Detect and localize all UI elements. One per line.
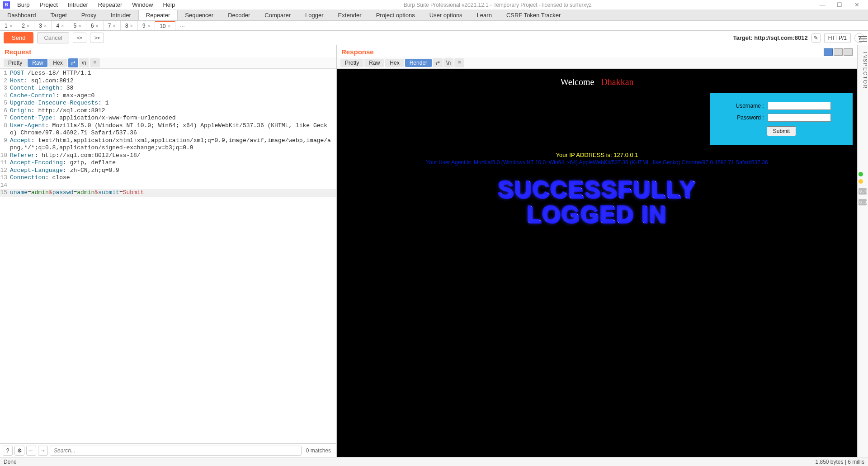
inspector-sidebar[interactable]: INSPECTOR 0.4 0.0 [857, 45, 868, 457]
response-wrap-icon[interactable]: ⇄ [433, 58, 443, 67]
status-right: 1,850 bytes | 6 millis [816, 459, 865, 465]
minimize-icon[interactable]: — [816, 1, 829, 8]
close-tab-icon[interactable]: × [61, 23, 64, 29]
request-view-pretty[interactable]: Pretty [4, 59, 27, 67]
menu-burp[interactable]: Burp [13, 0, 34, 9]
repeater-tab-1[interactable]: 1× [0, 21, 17, 30]
menu-intruder[interactable]: Intruder [63, 0, 93, 9]
edit-target-icon[interactable]: ✎ [811, 33, 821, 43]
request-view-hex[interactable]: Hex [48, 59, 67, 67]
editor-line[interactable]: 1POST /Less-18/ HTTP/1.1 [0, 70, 336, 77]
editor-line[interactable]: 15uname=admin&passwd=admin&submit=Submit [0, 189, 336, 197]
layout-buttons [824, 48, 853, 56]
close-tab-icon[interactable]: × [78, 23, 81, 29]
tab-project-options[interactable]: Project options [369, 10, 422, 20]
editor-line[interactable]: 10Referer: http://sql.com:8012/Less-18/ [0, 152, 336, 160]
editor-line[interactable]: 9Accept: text/html,application/xhtml+xml… [0, 137, 336, 152]
repeater-tab-2[interactable]: 2× [17, 21, 34, 30]
request-editor[interactable]: 1POST /Less-18/ HTTP/1.12Host: sql.com:8… [0, 69, 336, 443]
menu-repeater[interactable]: Repeater [94, 0, 127, 9]
repeater-tab-6[interactable]: 6× [86, 21, 104, 30]
response-pane: Response PrettyRawHexRender⇄\n≡ Welcome … [337, 45, 857, 457]
close-tab-icon[interactable]: × [95, 23, 98, 29]
username-field[interactable] [768, 102, 831, 110]
close-tab-icon[interactable]: × [113, 23, 115, 29]
layout-tabs-icon[interactable] [844, 48, 853, 56]
password-label: Password : [732, 114, 764, 121]
close-tab-icon[interactable]: × [44, 23, 47, 29]
search-settings-icon[interactable]: ⚙ [14, 446, 24, 456]
editor-line[interactable]: 2Host: sql.com:8012 [0, 77, 336, 85]
close-tab-icon[interactable]: × [130, 23, 133, 29]
search-help-icon[interactable]: ? [3, 446, 13, 456]
tab-extender[interactable]: Extender [331, 10, 369, 20]
editor-line[interactable]: 12Accept-Language: zh-CN,zh;q=0.9 [0, 167, 336, 175]
user-agent-text: Your User Agent is: Mozilla/5.0 (Windows… [337, 158, 857, 166]
close-tab-icon[interactable]: × [147, 23, 150, 29]
editor-line[interactable]: 7Content-Type: application/x-www-form-ur… [0, 114, 336, 122]
wrap-icon[interactable]: ⇄ [68, 58, 78, 67]
tab-logger[interactable]: Logger [298, 10, 330, 20]
menu-icon[interactable]: ≡ [90, 58, 100, 67]
response-viewtabs: PrettyRawHexRender⇄\n≡ [337, 57, 857, 69]
layout-columns-icon[interactable] [824, 48, 833, 56]
repeater-tab-3[interactable]: 3× [34, 21, 52, 30]
response-newline-icon[interactable]: \n [443, 58, 453, 67]
menu-help[interactable]: Help [158, 0, 179, 9]
repeater-tab-5[interactable]: 5× [69, 21, 86, 30]
login-submit-button[interactable]: Submit [767, 126, 796, 136]
close-tab-icon[interactable]: × [27, 23, 29, 29]
repeater-tab-10[interactable]: 10× [155, 21, 175, 30]
editor-line[interactable]: 11Accept-Encoding: gzip, deflate [0, 159, 336, 167]
tab-learn[interactable]: Learn [470, 10, 499, 20]
layout-rows-icon[interactable] [834, 48, 843, 56]
http-version-badge[interactable]: HTTP/1 [824, 33, 851, 43]
close-tab-icon[interactable]: × [9, 23, 12, 29]
maximize-icon[interactable]: ☐ [833, 1, 846, 8]
editor-line[interactable]: 6Origin: http://sql.com:8012 [0, 107, 336, 115]
send-button[interactable]: Send [4, 32, 33, 43]
tab-target[interactable]: Target [43, 10, 74, 20]
newline-icon[interactable]: \n [79, 58, 89, 67]
tab-user-options[interactable]: User options [422, 10, 470, 20]
repeater-tab-8[interactable]: 8× [121, 21, 138, 30]
close-tab-icon[interactable]: × [167, 24, 170, 29]
more-tabs-button[interactable]: ... [175, 21, 189, 30]
repeater-tab-9[interactable]: 9× [138, 21, 155, 30]
tab-csrf-token-tracker[interactable]: CSRF Token Tracker [499, 10, 568, 20]
editor-line[interactable]: 8User-Agent: Mozilla/5.0 (Windows NT 10.… [0, 122, 336, 137]
password-field[interactable] [768, 114, 831, 122]
tab-comparer[interactable]: Comparer [257, 10, 298, 20]
editor-line[interactable]: 3Content-Length: 38 [0, 85, 336, 92]
editor-line[interactable]: 13Connection: close [0, 174, 336, 182]
tab-proxy[interactable]: Proxy [74, 10, 104, 20]
tab-repeater[interactable]: Repeater [138, 10, 178, 20]
menu-project[interactable]: Project [35, 0, 62, 9]
tab-sequencer[interactable]: Sequencer [178, 10, 221, 20]
history-back-button[interactable]: < ▾ [73, 33, 87, 43]
search-input[interactable] [50, 446, 302, 456]
editor-line[interactable]: 14 [0, 182, 336, 190]
response-render[interactable]: Welcome Dhakkan Username : Password : Su… [337, 69, 857, 457]
response-view-pretty[interactable]: Pretty [340, 59, 363, 67]
response-menu-icon[interactable]: ≡ [454, 58, 464, 67]
repeater-tab-7[interactable]: 7× [104, 21, 121, 30]
request-view-raw[interactable]: Raw [28, 59, 47, 67]
close-icon[interactable]: ✕ [850, 1, 863, 8]
response-view-hex[interactable]: Hex [385, 59, 404, 67]
settings-icon[interactable] [859, 35, 867, 43]
history-forward-button[interactable]: > ▾ [90, 33, 104, 43]
action-bar: Send Cancel < ▾ > ▾ Target: http://sql.c… [0, 31, 868, 45]
cancel-button[interactable]: Cancel [37, 32, 69, 43]
tab-intruder[interactable]: Intruder [104, 10, 138, 20]
tab-dashboard[interactable]: Dashboard [0, 10, 43, 20]
menu-window[interactable]: Window [127, 0, 157, 9]
search-next-icon[interactable]: → [38, 446, 48, 456]
search-prev-icon[interactable]: ← [26, 446, 36, 456]
repeater-tab-4[interactable]: 4× [52, 21, 69, 30]
editor-line[interactable]: 5Upgrade-Insecure-Requests: 1 [0, 100, 336, 107]
editor-line[interactable]: 4Cache-Control: max-age=0 [0, 92, 336, 100]
tab-decoder[interactable]: Decoder [221, 10, 257, 20]
response-view-raw[interactable]: Raw [364, 59, 384, 67]
response-view-render[interactable]: Render [405, 59, 432, 67]
